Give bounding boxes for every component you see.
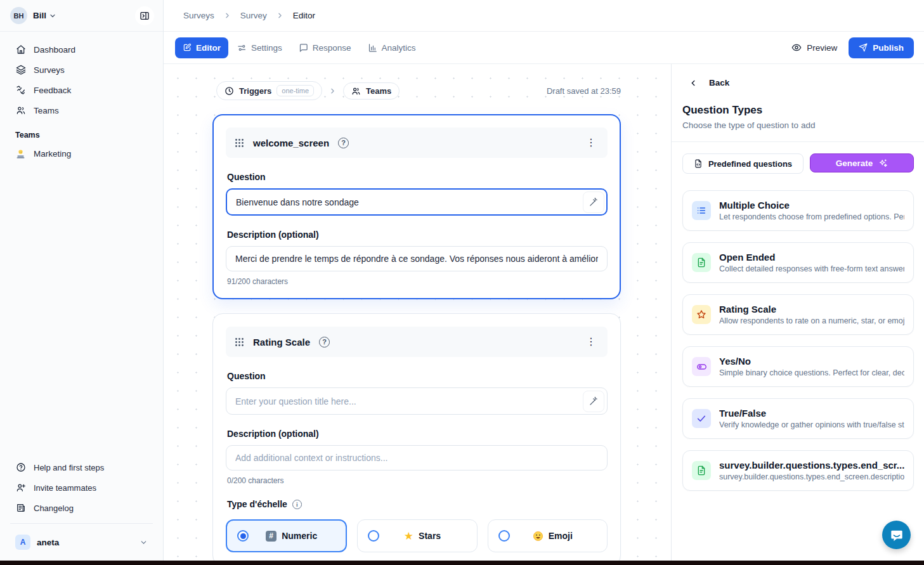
star-emoji-icon: ★ — [404, 531, 413, 542]
tab-label: Response — [313, 43, 351, 53]
question-title-input[interactable] — [226, 188, 608, 216]
chevron-right-icon — [223, 11, 231, 20]
ai-rewrite-button[interactable] — [583, 192, 604, 213]
question-types-panel: Back Question Types Choose the type of q… — [671, 64, 924, 561]
sidebar: BH Bill Dashboard Surv — [0, 0, 164, 561]
type-card-multiple-choice[interactable]: Multiple Choice Let respondents choose f… — [682, 190, 914, 231]
type-card-open-ended[interactable]: Open Ended Collect detailed responses wi… — [682, 242, 914, 283]
pencil-icon — [183, 43, 192, 52]
type-card-end-screen[interactable]: survey.builder.questions.types.end_scr..… — [682, 450, 914, 491]
question-description-input[interactable] — [226, 445, 608, 471]
scale-option-emoji[interactable]: Emoji — [488, 519, 608, 552]
back-button[interactable]: Back — [672, 78, 924, 88]
scale-option-numeric[interactable]: # Numeric — [226, 519, 347, 552]
question-card-welcome-screen[interactable]: welcome_screen ? ⋮ Question Descrip — [212, 114, 621, 299]
sidebar-item-teams[interactable]: Teams — [8, 100, 155, 120]
tab-analytics[interactable]: Analytics — [360, 37, 424, 58]
sidebar-item-dashboard[interactable]: Dashboard — [8, 39, 155, 60]
type-description: Simple binary choice questions. Perfect … — [719, 368, 904, 377]
type-card-true-false[interactable]: True/False Verify knowledge or gather op… — [682, 398, 914, 439]
account-avatar: A — [15, 535, 30, 550]
divider — [10, 523, 153, 524]
predefined-questions-button[interactable]: Predefined questions — [682, 153, 804, 174]
sidebar-nav: Dashboard Surveys Feedback Teams — [0, 32, 163, 120]
workspace-avatar: BH — [10, 7, 27, 24]
help-circle-icon[interactable]: ? — [319, 337, 330, 347]
sidebar-item-label: Dashboard — [34, 45, 75, 55]
triggers-pill[interactable]: Triggers one-time — [216, 81, 322, 100]
layers-icon — [15, 65, 26, 75]
breadcrumb-survey[interactable]: Survey — [240, 11, 267, 20]
tab-editor[interactable]: Editor — [175, 37, 228, 58]
workspace-name: Bill — [33, 11, 46, 20]
sidebar-item-label: Feedback — [34, 86, 71, 95]
type-title: Yes/No — [719, 356, 904, 367]
chat-bubble-icon — [890, 528, 904, 542]
sidebar-item-surveys[interactable]: Surveys — [8, 60, 155, 80]
card-menu-button[interactable]: ⋮ — [583, 334, 599, 349]
ai-rewrite-button[interactable] — [583, 391, 604, 412]
chat-launcher[interactable] — [882, 521, 911, 549]
radio-unselected[interactable] — [498, 530, 510, 542]
chevron-right-icon — [276, 11, 284, 20]
publish-button[interactable]: Publish — [849, 37, 914, 58]
hash-keycap-icon: # — [266, 531, 277, 542]
question-description-input[interactable] — [226, 246, 608, 271]
radio-selected[interactable] — [237, 530, 249, 542]
char-count: 0/200 characters — [227, 476, 608, 485]
tab-settings[interactable]: Settings — [230, 37, 290, 58]
info-icon[interactable]: i — [292, 500, 302, 509]
sidebar-item-changelog[interactable]: Changelog — [8, 498, 155, 518]
question-card-header[interactable]: welcome_screen ? ⋮ — [226, 127, 608, 158]
message-icon — [299, 43, 308, 53]
preview-button[interactable]: Preview — [791, 42, 837, 53]
radio-unselected[interactable] — [368, 530, 379, 542]
drag-handle-icon[interactable] — [235, 138, 244, 148]
breadcrumb-editor: Editor — [293, 11, 315, 20]
chevron-right-icon — [329, 87, 337, 95]
document-icon — [692, 461, 711, 480]
editor-toolbar: Editor Settings Response Analytics — [164, 32, 924, 64]
question-card-rating-scale[interactable]: Rating Scale ? ⋮ Question Descripti — [212, 313, 621, 561]
type-description: survey.builder.questions.types.end_scree… — [719, 472, 904, 481]
type-card-yes-no[interactable]: Yes/No Simple binary choice questions. P… — [682, 346, 914, 387]
type-card-rating-scale[interactable]: Rating Scale Allow respondents to rate o… — [682, 294, 914, 335]
char-count: 91/200 characters — [227, 277, 608, 286]
sidebar-item-feedback[interactable]: Feedback — [8, 80, 155, 100]
tab-label: Settings — [251, 43, 282, 53]
breadcrumb-surveys[interactable]: Surveys — [183, 11, 214, 20]
clock-icon — [224, 86, 234, 96]
publish-label: Publish — [873, 43, 904, 53]
sidebar-item-invite[interactable]: Invite teammates — [8, 477, 155, 498]
magic-wand-icon — [589, 396, 599, 406]
help-circle-icon[interactable]: ? — [338, 138, 349, 148]
teams-pill[interactable]: Teams — [343, 82, 400, 100]
star-icon — [692, 305, 711, 324]
drag-handle-icon[interactable] — [235, 337, 244, 347]
account-menu[interactable]: A aneta — [8, 529, 155, 555]
sidebar-collapse-button[interactable] — [135, 6, 154, 25]
sliders-icon — [237, 43, 247, 53]
draft-status: Draft saved at 23:59 — [547, 86, 621, 96]
question-card-header[interactable]: Rating Scale ? ⋮ — [226, 327, 608, 357]
chevron-left-icon — [689, 79, 698, 88]
sidebar-item-team-marketing[interactable]: Marketing — [8, 143, 155, 164]
workspace-switcher[interactable]: BH Bill — [0, 0, 163, 32]
triggers-badge: one-time — [277, 85, 314, 96]
question-card-title: Rating Scale — [253, 337, 310, 347]
thumbs-vote-icon — [15, 85, 26, 95]
scale-option-label: Stars — [419, 531, 441, 541]
tab-response[interactable]: Response — [291, 37, 359, 58]
scale-option-stars[interactable]: ★ Stars — [357, 519, 477, 552]
type-title: survey.builder.questions.types.end_scr..… — [719, 460, 904, 471]
card-menu-button[interactable]: ⋮ — [583, 135, 599, 150]
teams-section-header: Teams — [0, 120, 163, 143]
type-title: Open Ended — [719, 252, 904, 263]
sidebar-item-label: Invite teammates — [34, 483, 96, 493]
sidebar-item-help[interactable]: Help and first steps — [8, 457, 155, 477]
sidebar-item-label: Help and first steps — [34, 463, 104, 472]
question-title-input[interactable] — [226, 387, 608, 415]
generate-button[interactable]: Generate — [810, 153, 914, 172]
sidebar-item-label: Changelog — [34, 503, 74, 513]
panel-title: Question Types — [672, 88, 924, 117]
